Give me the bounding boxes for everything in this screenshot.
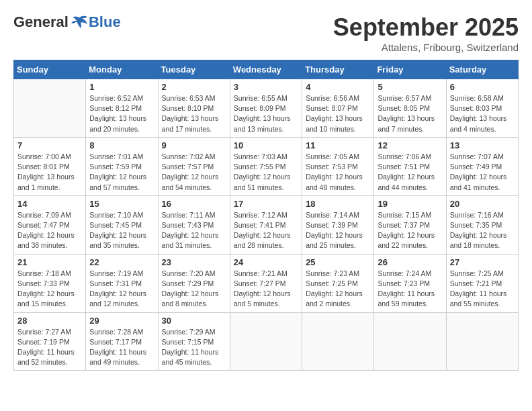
day-info: Sunrise: 7:01 AMSunset: 7:59 PMDaylight:…	[89, 152, 154, 193]
day-number: 8	[89, 140, 154, 150]
calendar-cell: 5Sunrise: 6:57 AMSunset: 8:05 PMDaylight…	[374, 79, 446, 138]
calendar-cell: 7Sunrise: 7:00 AMSunset: 8:01 PMDaylight…	[14, 137, 86, 195]
calendar-cell: 1Sunrise: 6:52 AMSunset: 8:12 PMDaylight…	[86, 79, 158, 138]
day-info: Sunrise: 7:19 AMSunset: 7:31 PMDaylight:…	[89, 269, 154, 310]
calendar-cell: 21Sunrise: 7:18 AMSunset: 7:33 PMDayligh…	[14, 254, 86, 312]
day-info: Sunrise: 7:20 AMSunset: 7:29 PMDaylight:…	[162, 269, 226, 310]
day-info: Sunrise: 7:10 AMSunset: 7:45 PMDaylight:…	[89, 210, 154, 251]
calendar-cell: 26Sunrise: 7:24 AMSunset: 7:23 PMDayligh…	[374, 254, 446, 312]
calendar-cell: 2Sunrise: 6:53 AMSunset: 8:10 PMDaylight…	[158, 79, 230, 138]
day-number: 29	[89, 316, 154, 326]
day-info: Sunrise: 7:11 AMSunset: 7:43 PMDaylight:…	[162, 210, 226, 251]
day-info: Sunrise: 7:27 AMSunset: 7:19 PMDaylight:…	[17, 327, 82, 368]
calendar-cell: 17Sunrise: 7:12 AMSunset: 7:41 PMDayligh…	[230, 195, 302, 254]
day-info: Sunrise: 7:28 AMSunset: 7:17 PMDaylight:…	[89, 327, 154, 368]
calendar-cell: 6Sunrise: 6:58 AMSunset: 8:03 PMDaylight…	[446, 79, 518, 138]
day-number: 1	[89, 82, 154, 92]
calendar-cell: 24Sunrise: 7:21 AMSunset: 7:27 PMDayligh…	[230, 254, 302, 312]
calendar-cell: 13Sunrise: 7:07 AMSunset: 7:49 PMDayligh…	[446, 137, 518, 195]
calendar-week-row: 7Sunrise: 7:00 AMSunset: 8:01 PMDaylight…	[14, 137, 519, 195]
calendar-cell: 12Sunrise: 7:06 AMSunset: 7:51 PMDayligh…	[374, 137, 446, 195]
calendar-week-row: 28Sunrise: 7:27 AMSunset: 7:19 PMDayligh…	[14, 312, 519, 371]
day-info: Sunrise: 7:09 AMSunset: 7:47 PMDaylight:…	[17, 210, 82, 251]
calendar-cell: 18Sunrise: 7:14 AMSunset: 7:39 PMDayligh…	[302, 195, 374, 254]
day-number: 16	[162, 199, 226, 209]
day-info: Sunrise: 6:56 AMSunset: 8:07 PMDaylight:…	[306, 93, 370, 134]
calendar-cell: 4Sunrise: 6:56 AMSunset: 8:07 PMDaylight…	[302, 79, 374, 138]
calendar-cell	[446, 312, 518, 371]
day-number: 12	[378, 140, 442, 150]
day-number: 5	[378, 82, 442, 92]
day-info: Sunrise: 7:23 AMSunset: 7:25 PMDaylight:…	[306, 269, 370, 310]
calendar-body: 1Sunrise: 6:52 AMSunset: 8:12 PMDaylight…	[14, 79, 519, 371]
day-number: 14	[17, 199, 82, 209]
day-number: 26	[378, 257, 442, 267]
calendar-cell	[230, 312, 302, 371]
day-info: Sunrise: 7:18 AMSunset: 7:33 PMDaylight:…	[17, 269, 82, 310]
day-number: 25	[306, 257, 370, 267]
day-number: 10	[234, 140, 298, 150]
day-info: Sunrise: 6:52 AMSunset: 8:12 PMDaylight:…	[89, 93, 154, 134]
calendar-header-row: SundayMondayTuesdayWednesdayThursdayFrid…	[14, 60, 519, 79]
calendar-cell: 28Sunrise: 7:27 AMSunset: 7:19 PMDayligh…	[14, 312, 86, 371]
header-day-saturday: Saturday	[446, 60, 518, 79]
day-info: Sunrise: 7:15 AMSunset: 7:37 PMDaylight:…	[378, 210, 442, 251]
day-info: Sunrise: 7:25 AMSunset: 7:21 PMDaylight:…	[450, 269, 515, 310]
header-day-friday: Friday	[374, 60, 446, 79]
day-number: 23	[162, 257, 226, 267]
day-number: 2	[162, 82, 226, 92]
day-number: 28	[17, 316, 82, 326]
day-info: Sunrise: 7:24 AMSunset: 7:23 PMDaylight:…	[378, 269, 442, 310]
day-number: 11	[306, 140, 370, 150]
day-number: 19	[378, 199, 442, 209]
day-info: Sunrise: 7:02 AMSunset: 7:57 PMDaylight:…	[162, 152, 226, 193]
day-info: Sunrise: 6:57 AMSunset: 8:05 PMDaylight:…	[378, 93, 442, 134]
day-number: 4	[306, 82, 370, 92]
calendar-cell: 23Sunrise: 7:20 AMSunset: 7:29 PMDayligh…	[158, 254, 230, 312]
day-number: 13	[450, 140, 515, 150]
calendar-cell	[14, 79, 86, 138]
calendar-week-row: 14Sunrise: 7:09 AMSunset: 7:47 PMDayligh…	[14, 195, 519, 254]
day-info: Sunrise: 7:29 AMSunset: 7:15 PMDaylight:…	[162, 327, 226, 368]
day-number: 17	[234, 199, 298, 209]
day-info: Sunrise: 7:07 AMSunset: 7:49 PMDaylight:…	[450, 152, 515, 193]
calendar-cell: 25Sunrise: 7:23 AMSunset: 7:25 PMDayligh…	[302, 254, 374, 312]
day-number: 20	[450, 199, 515, 209]
page-header: General Blue September 2025 Attalens, Fr…	[13, 13, 519, 53]
calendar-cell: 22Sunrise: 7:19 AMSunset: 7:31 PMDayligh…	[86, 254, 158, 312]
day-info: Sunrise: 7:21 AMSunset: 7:27 PMDaylight:…	[234, 269, 298, 310]
day-number: 3	[234, 82, 298, 92]
day-info: Sunrise: 7:06 AMSunset: 7:51 PMDaylight:…	[378, 152, 442, 193]
calendar-cell: 19Sunrise: 7:15 AMSunset: 7:37 PMDayligh…	[374, 195, 446, 254]
calendar-cell: 29Sunrise: 7:28 AMSunset: 7:17 PMDayligh…	[86, 312, 158, 371]
calendar-cell: 27Sunrise: 7:25 AMSunset: 7:21 PMDayligh…	[446, 254, 518, 312]
day-info: Sunrise: 7:05 AMSunset: 7:53 PMDaylight:…	[306, 152, 370, 193]
calendar-cell: 10Sunrise: 7:03 AMSunset: 7:55 PMDayligh…	[230, 137, 302, 195]
day-number: 6	[450, 82, 515, 92]
logo-general: General	[13, 13, 69, 31]
header-day-wednesday: Wednesday	[230, 60, 302, 79]
calendar-cell: 20Sunrise: 7:16 AMSunset: 7:35 PMDayligh…	[446, 195, 518, 254]
header-day-monday: Monday	[86, 60, 158, 79]
calendar-cell: 30Sunrise: 7:29 AMSunset: 7:15 PMDayligh…	[158, 312, 230, 371]
day-number: 9	[162, 140, 226, 150]
calendar-cell: 9Sunrise: 7:02 AMSunset: 7:57 PMDaylight…	[158, 137, 230, 195]
day-info: Sunrise: 6:53 AMSunset: 8:10 PMDaylight:…	[162, 93, 226, 134]
header-day-tuesday: Tuesday	[158, 60, 230, 79]
logo: General Blue	[13, 13, 121, 31]
logo-bird-icon	[70, 15, 89, 30]
day-number: 27	[450, 257, 515, 267]
day-number: 24	[234, 257, 298, 267]
calendar-cell: 16Sunrise: 7:11 AMSunset: 7:43 PMDayligh…	[158, 195, 230, 254]
location-subtitle: Attalens, Fribourg, Switzerland	[333, 42, 519, 53]
calendar-cell: 11Sunrise: 7:05 AMSunset: 7:53 PMDayligh…	[302, 137, 374, 195]
day-info: Sunrise: 6:58 AMSunset: 8:03 PMDaylight:…	[450, 93, 515, 134]
calendar-cell: 3Sunrise: 6:55 AMSunset: 8:09 PMDaylight…	[230, 79, 302, 138]
day-number: 18	[306, 199, 370, 209]
calendar-cell: 15Sunrise: 7:10 AMSunset: 7:45 PMDayligh…	[86, 195, 158, 254]
month-title: September 2025	[333, 13, 519, 42]
calendar-week-row: 1Sunrise: 6:52 AMSunset: 8:12 PMDaylight…	[14, 79, 519, 138]
day-number: 22	[89, 257, 154, 267]
day-number: 15	[89, 199, 154, 209]
header-day-sunday: Sunday	[14, 60, 86, 79]
